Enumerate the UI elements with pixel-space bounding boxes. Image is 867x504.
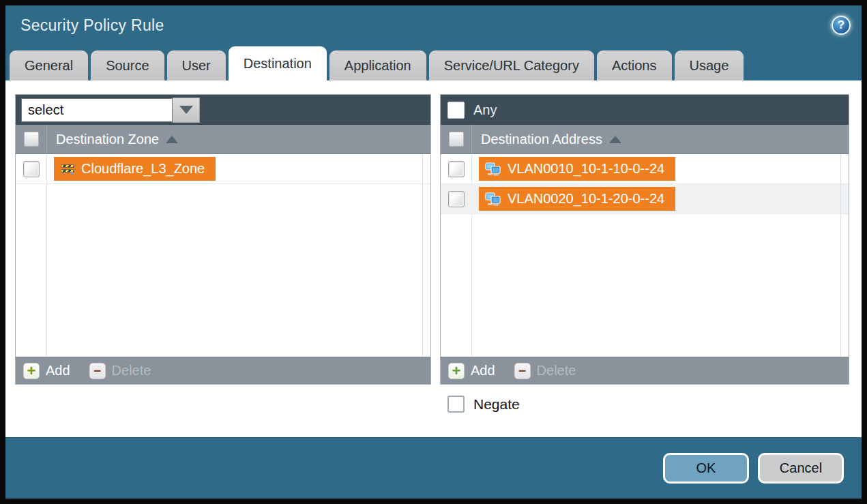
row-checkbox[interactable]	[448, 191, 465, 207]
zone-panel-footer: + Add − Delete	[16, 357, 430, 384]
add-address-button[interactable]: + Add	[448, 363, 495, 379]
address-list-item[interactable]: VLAN0020_10-1-20-0--24	[441, 184, 849, 214]
negate-checkbox[interactable]	[447, 396, 465, 413]
network-icon	[485, 192, 501, 206]
zone-select-combo	[21, 98, 200, 123]
sort-ascending-icon	[609, 136, 621, 143]
destination-zone-column-header[interactable]: Destination Zone	[16, 125, 430, 154]
add-button-label: Add	[471, 363, 495, 379]
row-check-cell	[16, 161, 47, 177]
delete-button-label: Delete	[112, 363, 151, 379]
delete-button-label: Delete	[537, 363, 576, 379]
tab-bar: General Source User Destination Applicat…	[5, 45, 862, 80]
minus-icon: −	[89, 363, 106, 379]
tab-label: Destination	[244, 56, 312, 72]
plus-icon: +	[448, 363, 465, 379]
plus-icon: +	[23, 363, 40, 379]
address-select-all-checkbox[interactable]	[449, 132, 464, 147]
address-panel-footer: + Add − Delete	[441, 357, 849, 384]
panels-container: Destination Zone Cloudflare_L3_Zone + Ad…	[15, 94, 862, 385]
tab-label: Application	[344, 58, 411, 74]
zone-panel-toolbar	[16, 95, 430, 125]
zone-list-item[interactable]: Cloudflare_L3_Zone	[16, 154, 430, 184]
add-button-label: Add	[46, 363, 70, 379]
tab-destination[interactable]: Destination	[229, 46, 327, 80]
security-policy-rule-dialog: Security Policy Rule ? General Source Us…	[5, 5, 862, 499]
negate-row: Negate	[15, 396, 862, 413]
destination-address-panel: Any Destination Address	[440, 94, 849, 385]
zone-header-check-cell	[16, 125, 47, 153]
help-icon[interactable]: ?	[832, 16, 851, 35]
tab-general[interactable]: General	[10, 50, 88, 80]
tab-label: Usage	[690, 58, 729, 74]
dialog-footer: OK Cancel	[5, 437, 862, 499]
tab-user[interactable]: User	[167, 50, 226, 80]
row-label: Cloudflare_L3_Zone	[81, 161, 205, 177]
address-list-item[interactable]: VLAN0010_10-1-10-0--24	[441, 154, 849, 184]
minus-icon: −	[514, 363, 531, 379]
zone-icon	[60, 164, 75, 175]
row-check-cell	[441, 191, 472, 207]
destination-address-column-header[interactable]: Destination Address	[441, 125, 849, 154]
destination-address-list: VLAN0010_10-1-10-0--24 VLAN0020_10-1-20-…	[441, 154, 849, 357]
tab-actions[interactable]: Actions	[597, 50, 672, 80]
tab-usage[interactable]: Usage	[675, 50, 744, 80]
address-chip[interactable]: VLAN0020_10-1-20-0--24	[479, 187, 675, 211]
row-label: VLAN0010_10-1-10-0--24	[508, 161, 664, 177]
tab-application[interactable]: Application	[329, 50, 426, 80]
tab-label: Service/URL Category	[444, 58, 579, 74]
tab-label: General	[25, 58, 73, 74]
column-header-label: Destination Zone	[56, 132, 159, 147]
any-checkbox[interactable]	[447, 102, 465, 119]
any-checkbox-row: Any	[446, 102, 497, 119]
delete-address-button[interactable]: − Delete	[514, 363, 576, 379]
tab-label: Actions	[612, 58, 657, 74]
row-label: VLAN0020_10-1-20-0--24	[508, 191, 664, 207]
negate-label: Negate	[473, 396, 520, 413]
destination-tab-content: Destination Zone Cloudflare_L3_Zone + Ad…	[5, 80, 862, 437]
row-checkbox[interactable]	[448, 161, 465, 177]
zone-select-input[interactable]	[21, 98, 173, 122]
zone-select-all-checkbox[interactable]	[24, 132, 39, 147]
ok-button[interactable]: OK	[663, 453, 749, 484]
row-checkbox[interactable]	[23, 161, 40, 177]
cancel-button[interactable]: Cancel	[758, 453, 844, 484]
add-zone-button[interactable]: + Add	[23, 363, 70, 379]
network-icon	[485, 162, 501, 176]
tab-label: Source	[106, 58, 149, 74]
zone-chip[interactable]: Cloudflare_L3_Zone	[54, 157, 216, 181]
tab-service-url-category[interactable]: Service/URL Category	[429, 50, 594, 80]
zone-select-dropdown-button[interactable]	[173, 98, 200, 123]
address-panel-toolbar: Any	[441, 95, 849, 125]
delete-zone-button[interactable]: − Delete	[89, 363, 151, 379]
column-header-label: Destination Address	[481, 132, 602, 147]
address-chip[interactable]: VLAN0010_10-1-10-0--24	[479, 157, 675, 181]
destination-zone-panel: Destination Zone Cloudflare_L3_Zone + Ad…	[15, 94, 431, 385]
page-title: Security Policy Rule	[20, 16, 164, 35]
tab-source[interactable]: Source	[91, 50, 164, 80]
destination-zone-list: Cloudflare_L3_Zone	[16, 154, 430, 357]
tab-label: User	[182, 58, 211, 74]
row-check-cell	[441, 161, 472, 177]
sort-ascending-icon	[166, 136, 178, 143]
address-header-check-cell	[441, 125, 472, 153]
chevron-down-icon	[179, 106, 193, 114]
title-bar: Security Policy Rule ?	[5, 5, 862, 45]
any-label: Any	[473, 102, 497, 118]
